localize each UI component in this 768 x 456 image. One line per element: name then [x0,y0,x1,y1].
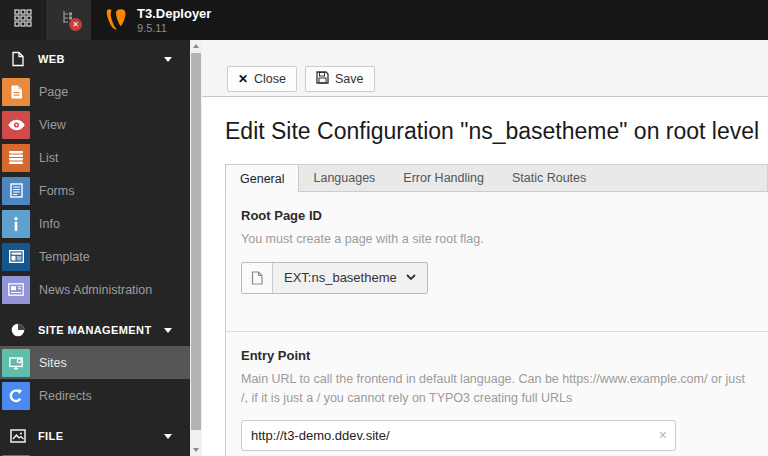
forms-icon [2,177,30,205]
scroll-up-arrow-icon[interactable] [190,41,202,51]
root-page-id-help: You must create a page with a site root … [241,230,753,249]
chevron-down-icon [164,57,172,62]
sidebar-header-site-management[interactable]: SITE MANAGEMENT [0,318,190,342]
sidebar-header-file[interactable]: FILE [0,424,190,448]
sidebar-section-file: FILE [0,424,190,456]
close-button[interactable]: ✕ Close [227,66,297,92]
sidebar-section-web: WEB Page View List Forms [0,47,190,306]
info-icon [2,210,30,238]
page-title: Edit Site Configuration "ns_basetheme" o… [225,118,768,145]
save-floppy-icon [316,71,329,87]
close-icon: ✕ [238,72,248,86]
web-document-icon [8,51,28,67]
sidebar-section-site-management: SITE MANAGEMENT Sites Redirects [0,318,190,412]
app-version: 9.5.11 [137,22,211,34]
tree-close-badge-icon: ✕ [69,18,82,31]
tab-static-routes[interactable]: Static Routes [498,165,600,191]
save-button-label: Save [335,72,364,86]
sidebar-item-label: Info [39,217,60,231]
chevron-down-icon [406,274,416,281]
sidebar-header-label: WEB [38,53,164,65]
sidebar-item-template[interactable]: Template [0,240,190,273]
sidebar-item-redirects[interactable]: Redirects [0,379,190,412]
sidebar-item-label: Forms [39,184,74,198]
module-sidebar: WEB Page View List Forms [0,40,190,456]
entry-point-input[interactable] [241,420,676,451]
topbar: ✕ T3.Deployer 9.5.11 [0,0,768,40]
sidebar-item-forms[interactable]: Forms [0,174,190,207]
sidebar-item-list[interactable]: List [0,141,190,174]
chevron-down-icon [164,328,172,333]
main-content: ✕ Close Save Edit Site Configuration "ns… [202,40,768,456]
brand[interactable]: T3.Deployer 9.5.11 [91,0,211,40]
globe-icon [8,322,28,338]
sites-monitor-icon [2,349,30,377]
modules-grid-button[interactable] [0,0,45,40]
scroll-down-arrow-icon[interactable] [190,445,202,455]
modules-grid-icon [14,9,32,31]
root-page-id-label: Root Page ID [241,208,753,223]
sidebar-item-label: Page [39,85,68,99]
sidebar-item-label: News Administration [39,283,152,297]
sidebar-item-info[interactable]: Info [0,207,190,240]
sidebar-item-label: Sites [39,356,67,370]
newspaper-icon [2,276,30,304]
sidebar-item-label: View [39,118,66,132]
tab-general[interactable]: General [225,164,299,192]
sidebar-header-label: FILE [38,430,164,442]
sidebar-header-web[interactable]: WEB [0,47,190,71]
chevron-down-icon [164,434,172,439]
sidebar-item-partial[interactable] [0,452,190,456]
tab-error-handling[interactable]: Error Handling [389,165,498,191]
page-file-icon [242,263,273,293]
template-icon [2,243,30,271]
sidebar-item-label: List [39,151,58,165]
tab-languages[interactable]: Languages [299,165,389,191]
image-icon [8,429,28,443]
sidebar-item-view[interactable]: View [0,108,190,141]
entry-point-label: Entry Point [241,348,753,363]
entry-point-section: Entry Point Main URL to call the fronten… [226,332,768,452]
entry-point-help: Main URL to call the frontend in default… [241,370,753,408]
redirect-arrow-icon [2,382,30,410]
save-button[interactable]: Save [305,66,375,92]
content-scrollbar[interactable] [190,40,202,456]
scrollbar-thumb[interactable] [191,53,201,430]
clear-input-icon[interactable]: × [659,427,667,443]
close-button-label: Close [254,72,286,86]
tab-bar: General Languages Error Handling Static … [225,164,768,191]
root-page-id-select[interactable]: EXT:ns_basetheme [241,262,428,294]
app-title: T3.Deployer [137,6,211,22]
list-icon [2,144,30,172]
sidebar-item-page[interactable]: Page [0,75,190,108]
typo3-logo [103,6,128,35]
tab-panel-general: Root Page ID You must create a page with… [225,191,768,456]
page-icon [2,78,30,106]
pagetree-toggle-button[interactable]: ✕ [46,0,91,40]
root-page-id-value: EXT:ns_basetheme [284,270,397,285]
sidebar-item-label: Template [39,250,90,264]
docheader: ✕ Close Save [202,40,768,97]
sidebar-item-label: Redirects [39,389,92,403]
sidebar-item-sites[interactable]: Sites [0,346,190,379]
sidebar-header-label: SITE MANAGEMENT [38,324,164,336]
root-page-id-section: Root Page ID You must create a page with… [226,192,768,331]
sidebar-item-news-administration[interactable]: News Administration [0,273,190,306]
eye-icon [2,111,30,139]
